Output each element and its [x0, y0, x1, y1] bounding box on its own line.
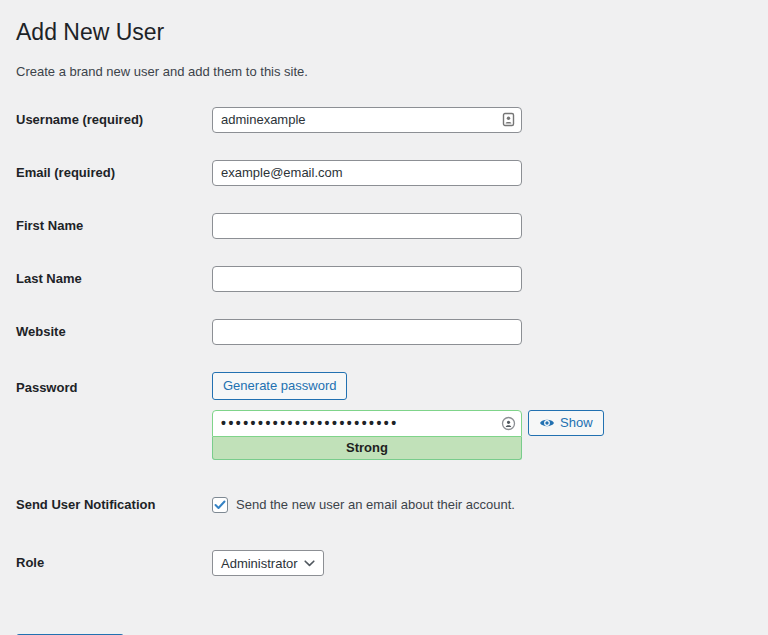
chevron-down-icon: [304, 560, 315, 567]
last-name-label: Last Name: [16, 270, 212, 288]
website-input[interactable]: [212, 319, 522, 345]
password-label: Password: [16, 372, 212, 397]
check-icon: [214, 500, 226, 510]
first-name-input[interactable]: [212, 213, 522, 239]
show-password-button[interactable]: Show: [528, 410, 604, 436]
password-input[interactable]: [212, 410, 522, 437]
first-name-row: First Name: [16, 213, 748, 239]
email-label: Email (required): [16, 164, 212, 182]
website-label: Website: [16, 323, 212, 341]
last-name-input[interactable]: [212, 266, 522, 292]
eye-icon: [539, 417, 555, 429]
username-label: Username (required): [16, 111, 212, 129]
send-notification-label: Send User Notification: [16, 496, 212, 514]
contact-autofill-icon[interactable]: [500, 112, 516, 128]
send-notification-description: Send the new user an email about their a…: [236, 497, 515, 512]
first-name-label: First Name: [16, 217, 212, 235]
username-input[interactable]: [212, 107, 522, 133]
add-new-user-page: Add New User Create a brand new user and…: [0, 0, 768, 635]
page-title: Add New User: [16, 18, 748, 48]
role-label: Role: [16, 554, 212, 572]
password-strength-label: Strong: [346, 440, 388, 455]
profile-circle-icon[interactable]: [500, 415, 516, 431]
role-selected-value: Administrator: [221, 556, 298, 571]
email-row: Email (required): [16, 160, 748, 186]
send-notification-checkbox[interactable]: [212, 497, 228, 513]
role-select[interactable]: Administrator: [212, 550, 324, 576]
role-row: Role Administrator: [16, 550, 748, 576]
page-subtitle: Create a brand new user and add them to …: [16, 64, 748, 79]
password-row: Password Generate password: [16, 372, 748, 460]
password-strength-meter: Strong: [212, 437, 522, 460]
send-notification-row: Send User Notification Send the new user…: [16, 496, 748, 514]
website-row: Website: [16, 319, 748, 345]
generate-password-button[interactable]: Generate password: [212, 372, 347, 400]
email-input[interactable]: [212, 160, 522, 186]
show-password-label: Show: [560, 410, 593, 436]
last-name-row: Last Name: [16, 266, 748, 292]
username-row: Username (required): [16, 107, 748, 133]
